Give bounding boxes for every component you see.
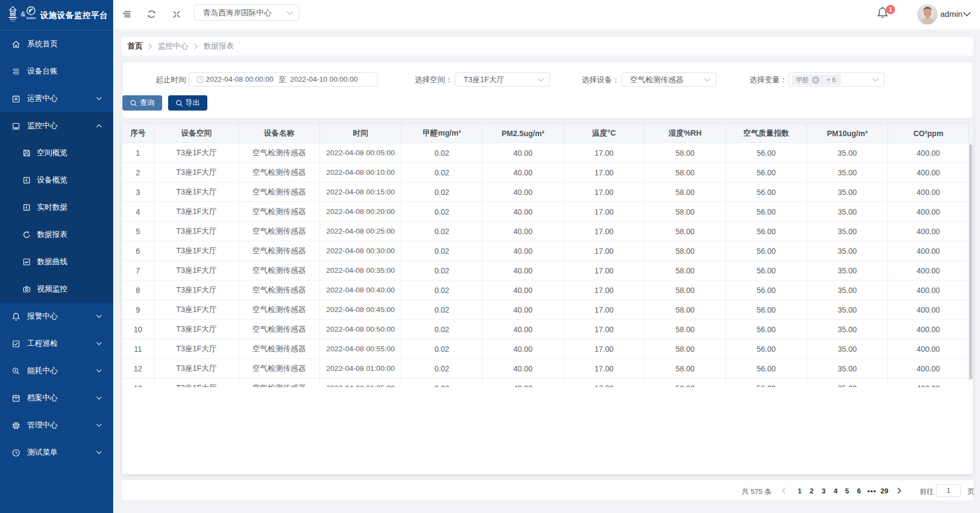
- svg-text:Action: Action: [27, 16, 36, 20]
